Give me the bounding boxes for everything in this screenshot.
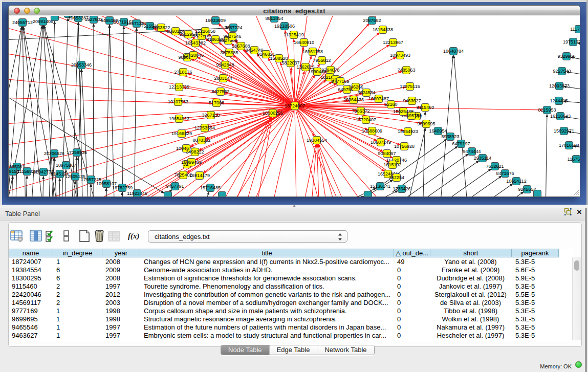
cell-name[interactable]: 9699695 <box>12 315 52 323</box>
cell-pagerank[interactable]: 5.3E-5 <box>515 282 558 291</box>
graph-node[interactable]: 19751074 <box>563 38 580 46</box>
delete-column-icon[interactable] <box>93 229 106 243</box>
graph-node[interactable]: 20364436 <box>343 96 364 104</box>
graph-node[interactable]: 7632621 <box>486 163 504 170</box>
cell-year[interactable]: 1998 <box>105 307 139 315</box>
graph-node[interactable]: 1527602 <box>84 16 102 24</box>
graph-node[interactable]: 12093873 <box>549 82 570 90</box>
graph-node[interactable]: 20053346 <box>71 61 92 69</box>
cell-name[interactable]: 9777169 <box>12 307 52 315</box>
cell-name[interactable]: 9465546 <box>12 323 52 332</box>
graph-node[interactable]: 1244415 <box>550 97 568 105</box>
graph-node[interactable]: 19384554 <box>307 137 327 144</box>
cell-title[interactable]: Estimation of the future numbers of pati… <box>144 323 393 332</box>
graph-node[interactable] <box>364 191 372 197</box>
graph-node[interactable]: 9474444 <box>463 148 481 156</box>
cell-out_de[interactable]: 0 <box>397 307 429 315</box>
cell-in_degree[interactable]: 2 <box>56 291 101 299</box>
graph-node[interactable] <box>219 192 226 197</box>
cell-pagerank[interactable]: 5.3E-5 <box>515 315 558 323</box>
graph-node[interactable]: 7357224 <box>224 24 242 32</box>
graph-node[interactable]: 12213967 <box>383 39 403 47</box>
graph-node[interactable]: 1733426 <box>393 185 410 193</box>
graph-node[interactable]: 10973493 <box>390 52 410 59</box>
graph-node[interactable]: 9115460 <box>417 104 434 112</box>
cell-pagerank[interactable]: 5.3E-5 <box>515 323 558 332</box>
graph-node[interactable]: 7485063 <box>397 67 415 74</box>
cell-year[interactable]: 2012 <box>105 291 139 299</box>
graph-node[interactable]: 16961758 <box>302 48 323 56</box>
cell-year[interactable]: 2009 <box>105 266 139 274</box>
node-table[interactable]: namein_degreeyeartitle△ out_de...shortpa… <box>9 249 573 341</box>
graph-node[interactable]: 10543382 <box>185 39 206 47</box>
scrollbar-thumb[interactable] <box>574 260 579 271</box>
graph-node[interactable]: 8215953 <box>538 106 556 114</box>
table-row[interactable]: 969969511998Structural magnetic resonanc… <box>9 315 573 323</box>
table-row[interactable]: 1830029562008Estimation of significance … <box>9 274 573 282</box>
cell-pagerank[interactable]: 5.5E-5 <box>515 291 558 299</box>
cell-year[interactable]: 1997 <box>105 323 139 332</box>
cell-name[interactable]: 14569117 <box>12 299 52 307</box>
cell-name[interactable]: 9115460 <box>12 282 52 291</box>
cell-short[interactable]: Stergiakouli et al. (2012) <box>430 291 511 299</box>
graph-node[interactable]: 9463627 <box>403 97 421 105</box>
graph-node[interactable]: 19654923 <box>398 128 418 136</box>
cell-name[interactable]: 18300295 <box>12 274 52 282</box>
table-row[interactable]: 977716911998Corpus callosum shape and si… <box>9 307 573 315</box>
cell-title[interactable]: Embryonic stem cells: a model to study s… <box>144 332 393 340</box>
column-header-name[interactable]: name <box>9 249 53 257</box>
graph-node[interactable]: 10688609 <box>362 127 382 135</box>
cell-in_degree[interactable]: 1 <box>56 332 101 340</box>
clear-selection-icon[interactable] <box>60 229 73 243</box>
graph-node[interactable]: 10756928 <box>394 143 415 150</box>
graph-node[interactable]: 1167533 <box>568 156 580 163</box>
close-panel-icon[interactable]: ✕ <box>575 208 583 216</box>
graph-node[interactable]: 252254 <box>389 174 404 182</box>
window-titlebar[interactable]: citations_edges.txt <box>9 6 580 15</box>
graph-node[interactable]: 2087682 <box>363 17 381 25</box>
vertical-scrollbar[interactable] <box>572 257 581 340</box>
graph-node[interactable]: 19218506 <box>274 23 295 30</box>
graph-node[interactable]: 12975115 <box>400 83 420 91</box>
graph-node[interactable]: 9457791 <box>166 183 184 190</box>
cell-out_de[interactable]: 0 <box>397 332 429 340</box>
cell-pagerank[interactable]: 5.3E-5 <box>515 299 558 307</box>
cell-in_degree[interactable]: 2 <box>56 299 101 307</box>
graph-node[interactable]: 8813054 <box>265 16 283 23</box>
graph-node[interactable]: 3624534 <box>357 89 375 97</box>
graph-node[interactable]: 16640910 <box>294 39 314 47</box>
cell-name[interactable]: 22420046 <box>12 291 52 299</box>
cell-in_degree[interactable]: 2 <box>56 282 101 291</box>
cell-out_de[interactable]: 0 <box>397 274 429 282</box>
graph-node[interactable]: 7955812 <box>313 57 331 64</box>
cell-in_degree[interactable]: 1 <box>56 258 101 266</box>
cell-year[interactable]: 2008 <box>105 258 139 266</box>
cell-out_de[interactable]: 0 <box>397 315 429 323</box>
graph-node[interactable] <box>51 16 59 21</box>
graph-node[interactable]: 16914479 <box>189 172 210 180</box>
table-settings-icon[interactable] <box>10 229 24 243</box>
panel-splitter[interactable]: ▲ <box>0 205 588 208</box>
graph-node[interactable]: 1615192 <box>383 161 401 169</box>
graph-node[interactable]: 6479197 <box>452 140 470 148</box>
cell-short[interactable]: de Silva et al. (2003) <box>430 299 511 307</box>
graph-node[interactable]: 3875685 <box>220 49 238 57</box>
tab-edge-table[interactable]: Edge Table <box>270 345 318 355</box>
table-row[interactable]: 1872400712008Changes of HCN gene express… <box>9 258 573 266</box>
cell-in_degree[interactable]: 1 <box>56 323 101 332</box>
select-all-icon[interactable] <box>45 229 58 243</box>
cell-title[interactable]: Estimation of significance thresholds fo… <box>144 274 393 282</box>
cell-pagerank[interactable]: 5.3E-5 <box>515 258 558 266</box>
network-graph[interactable]: 2405571220691406169371691065328715276026… <box>9 16 580 196</box>
cell-title[interactable]: Tourette syndrome. Phenomenology and cla… <box>144 282 393 291</box>
graph-node[interactable]: 9699695 <box>417 120 435 128</box>
cell-pagerank[interactable]: 5.6E-5 <box>515 266 558 274</box>
graph-node[interactable]: 517006 <box>209 99 224 107</box>
cell-title[interactable]: Structural magnetic resonance image aver… <box>144 315 393 323</box>
graph-node[interactable]: 7986372 <box>352 107 369 115</box>
cell-short[interactable]: Jankovic et al. (1997) <box>430 282 511 291</box>
resize-grip-icon[interactable] <box>572 189 579 196</box>
graph-node[interactable]: 2935114 <box>474 155 491 162</box>
graph-node[interactable]: 10654112 <box>506 178 526 185</box>
cell-title[interactable]: Changes of HCN gene expression and I(f) … <box>144 258 393 266</box>
